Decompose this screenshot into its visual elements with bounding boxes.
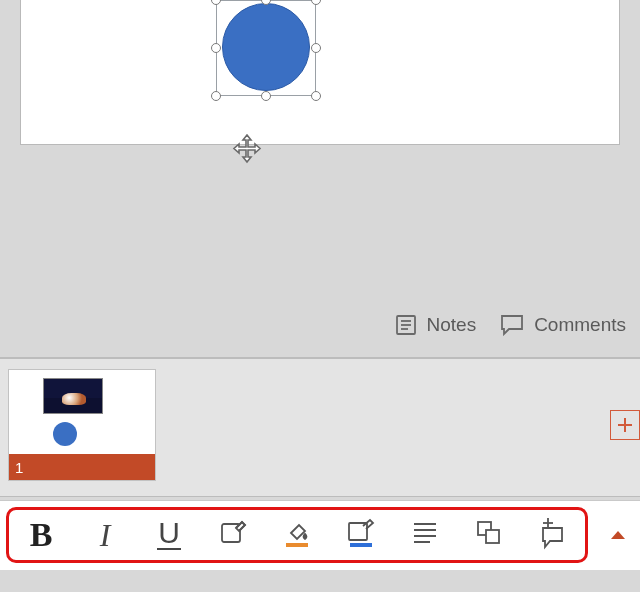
expand-caret-icon bbox=[610, 526, 626, 544]
new-text-box-icon bbox=[538, 516, 568, 554]
selected-shape[interactable] bbox=[216, 0, 316, 96]
toolbar-expand-button[interactable] bbox=[606, 523, 630, 547]
slide-thumbnail[interactable]: 1 bbox=[8, 369, 156, 481]
svg-rect-7 bbox=[286, 543, 308, 547]
paragraph-button[interactable] bbox=[393, 510, 457, 560]
thumbnail-hero-image bbox=[43, 378, 103, 414]
svg-rect-9 bbox=[350, 543, 372, 547]
add-slide-button[interactable] bbox=[610, 410, 640, 440]
italic-button[interactable]: I bbox=[73, 510, 137, 560]
arrange-icon bbox=[474, 518, 504, 552]
move-cursor-icon bbox=[232, 134, 262, 164]
outline-color-icon bbox=[345, 517, 377, 553]
thumbnail-index: 1 bbox=[15, 459, 23, 476]
toolbar-highlight-box: B I U bbox=[6, 507, 588, 563]
notes-label: Notes bbox=[427, 314, 477, 336]
slide-thumbnail-strip: 1 bbox=[0, 357, 640, 497]
arrange-button[interactable] bbox=[457, 510, 521, 560]
resize-handle-mid-right[interactable] bbox=[311, 43, 321, 53]
italic-icon: I bbox=[100, 517, 111, 554]
fill-color-icon bbox=[281, 517, 313, 553]
underline-button[interactable]: U bbox=[137, 510, 201, 560]
thumbnail-index-band: 1 bbox=[9, 454, 155, 480]
paragraph-icon bbox=[411, 520, 439, 550]
resize-handle-bot-mid[interactable] bbox=[261, 91, 271, 101]
new-text-box-button[interactable] bbox=[521, 510, 585, 560]
bold-button[interactable]: B bbox=[9, 510, 73, 560]
comments-label: Comments bbox=[534, 314, 626, 336]
fill-color-button[interactable] bbox=[265, 510, 329, 560]
slide-surface[interactable] bbox=[20, 0, 620, 145]
format-painter-button[interactable] bbox=[201, 510, 265, 560]
notes-button[interactable]: Notes bbox=[395, 314, 477, 336]
slide-canvas-area bbox=[0, 0, 640, 360]
format-toolbar: B I U bbox=[0, 500, 640, 570]
svg-rect-15 bbox=[486, 530, 499, 543]
comments-button[interactable]: Comments bbox=[500, 314, 626, 336]
resize-handle-bot-left[interactable] bbox=[211, 91, 221, 101]
resize-handle-mid-left[interactable] bbox=[211, 43, 221, 53]
notes-icon bbox=[395, 314, 417, 336]
underline-icon: U bbox=[157, 520, 181, 550]
bold-icon: B bbox=[30, 516, 53, 554]
resize-handle-bot-right[interactable] bbox=[311, 91, 321, 101]
resize-handle-top-right[interactable] bbox=[311, 0, 321, 5]
comment-icon bbox=[500, 314, 524, 336]
format-painter-icon bbox=[218, 518, 248, 552]
outline-color-button[interactable] bbox=[329, 510, 393, 560]
thumbnail-circle bbox=[53, 422, 77, 446]
circle-shape[interactable] bbox=[222, 3, 310, 91]
